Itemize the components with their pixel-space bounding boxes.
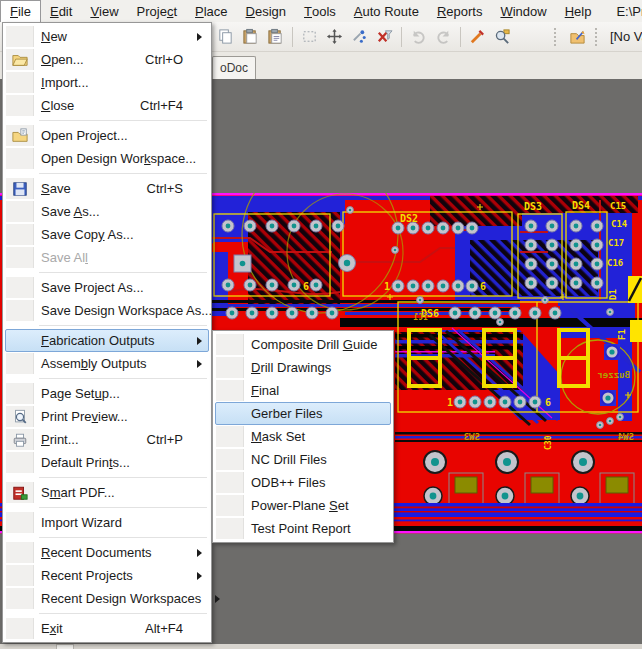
menu-item-label: NC Drill Files [251,452,365,467]
menu-separator [39,120,207,121]
print-preview-icon [6,406,34,427]
menu-item-gutter [216,449,244,470]
project-path-text: E:\Projects\2013\ [600,0,642,22]
wand-icon[interactable] [466,26,489,48]
menu-item-drill-drawings[interactable]: Drill Drawings [215,356,391,379]
menubar-item-auto-route[interactable]: Auto Route [345,0,428,22]
menu-item-save-project-as[interactable]: Save Project As... [5,276,209,299]
menubar-item-project[interactable]: Project [128,0,186,22]
menu-item-label: Recent Documents [41,545,183,560]
menu-item-save-copy-as[interactable]: Save Copy As... [5,223,209,246]
menu-item-shortcut: Ctrl+P [147,432,197,447]
pcb-label-ic1: IC1 [413,313,428,322]
search-icon[interactable] [491,26,514,48]
menubar-item-place[interactable]: Place [186,0,237,22]
toolbar-grip[interactable] [554,28,560,46]
menu-item-assembly-outputs[interactable]: Assembly Outputs [5,352,209,375]
menu-item-save-design-workspace-as[interactable]: Save Design Workspace As... [5,299,209,322]
menubar-item-reports[interactable]: Reports [428,0,492,22]
menu-item-gutter [6,330,34,351]
pcb-label-sw3: SW3 [464,432,480,442]
menu-item-new[interactable]: New [5,25,209,48]
menu-item-fabrication-outputs[interactable]: Fabrication Outputs [5,329,209,352]
menu-item-label: New [41,29,183,44]
menu-item-label: Save All [41,250,183,265]
paste-special-icon[interactable] [264,26,287,48]
clear-filter-icon[interactable] [373,26,396,48]
menu-item-gutter [6,588,34,609]
panel-tab-button[interactable] [56,644,74,649]
menu-item-test-point-report[interactable]: Test Point Report [215,517,391,540]
move-icon[interactable] [323,26,346,48]
menubar-item-help[interactable]: Help [556,0,601,22]
menu-item-open-project[interactable]: Open Project... [5,124,209,147]
paste-icon[interactable] [239,26,262,48]
menu-item-page-setup[interactable]: Page Setup... [5,382,209,405]
menu-item-gutter [6,383,34,404]
menu-item-print[interactable]: Print...Ctrl+P [5,428,209,451]
toolbar-separator [401,27,402,47]
variant-selector[interactable]: [No Variatio [607,29,642,44]
menubar-item-window[interactable]: Window [491,0,555,22]
menu-item-composite-drill-guide[interactable]: Composite Drill Guide [215,333,391,356]
pcb-label-c17: C17 [608,238,624,248]
menu-item-recent-projects[interactable]: Recent Projects [5,564,209,587]
pcb-label-pin6-left: 6 [303,281,309,292]
menu-item-save-all[interactable]: Save All [5,246,209,269]
menu-item-label: Final [251,383,365,398]
undo-icon[interactable] [407,26,430,48]
pcb-label-pin1: 1 [384,281,390,292]
menubar-item-edit[interactable]: Edit [41,0,81,22]
menu-item-nc-drill-files[interactable]: NC Drill Files [215,448,391,471]
pcb-label-pin6-disp: 6 [545,397,551,408]
menu-item-label: Save As... [41,204,183,219]
menu-item-power-plane-set[interactable]: Power-Plane Set [215,494,391,517]
pcb-label-c16: C16 [607,258,623,268]
pcb-label-d1: D1 [608,289,618,300]
menu-item-mask-set[interactable]: Mask Set [215,425,391,448]
menu-item-gerber-files[interactable]: Gerber Files [215,402,391,425]
menu-item-label: ODB++ Files [251,475,365,490]
menubar-item-tools[interactable]: Tools [295,0,345,22]
menubar-item-file[interactable]: File [0,0,41,22]
menubar-item-view[interactable]: View [81,0,127,22]
menubar-item-design[interactable]: Design [237,0,295,22]
menu-item-label: Composite Drill Guide [251,337,377,352]
selection-icon[interactable] [298,26,321,48]
variant-folder-icon[interactable] [566,26,589,48]
menu-item-close[interactable]: CloseCtrl+F4 [5,94,209,117]
menu-item-recent-documents[interactable]: Recent Documents [5,541,209,564]
menu-item-odb-files[interactable]: ODB++ Files [215,471,391,494]
menu-item-label: Fabrication Outputs [41,333,183,348]
application-window: FileEditViewProjectPlaceDesignToolsAuto … [0,0,642,649]
menu-item-label: Recent Design Workspaces [41,591,201,606]
pcb-label-ds3: DS3 [524,201,542,212]
copy-icon[interactable] [214,26,237,48]
menu-item-recent-design-workspaces[interactable]: Recent Design Workspaces [5,587,209,610]
menu-item-exit[interactable]: ExitAlt+F4 [5,617,209,640]
menu-item-gutter [216,380,244,401]
menu-item-default-prints[interactable]: Default Prints... [5,451,209,474]
cross-probe-icon[interactable] [348,26,371,48]
menu-separator [39,537,207,538]
toolbar-grip[interactable] [595,28,601,46]
menu-separator [39,507,207,508]
menu-item-save-as[interactable]: Save As... [5,200,209,223]
menu-item-gutter [216,403,244,424]
menu-item-import[interactable]: Import... [5,71,209,94]
print-icon [6,429,34,450]
menu-item-import-wizard[interactable]: Import Wizard [5,511,209,534]
menu-item-open[interactable]: Open...Ctrl+O [5,48,209,71]
save-icon [6,178,34,199]
document-tab[interactable]: oDoc [212,56,256,79]
menu-item-save[interactable]: SaveCtrl+S [5,177,209,200]
menu-item-smart-pdf[interactable]: Smart PDF... [5,481,209,504]
menu-item-label: Save Design Workspace As... [41,303,212,318]
redo-icon[interactable] [432,26,455,48]
menu-item-open-design-workspace[interactable]: Open Design Workspace... [5,147,209,170]
menu-item-print-preview[interactable]: Print Preview... [5,405,209,428]
menu-item-final[interactable]: Final [215,379,391,402]
menu-item-gutter [6,148,34,169]
menu-item-label: Exit [41,621,145,636]
pcb-label-buzzer: Buzzer [597,370,630,380]
